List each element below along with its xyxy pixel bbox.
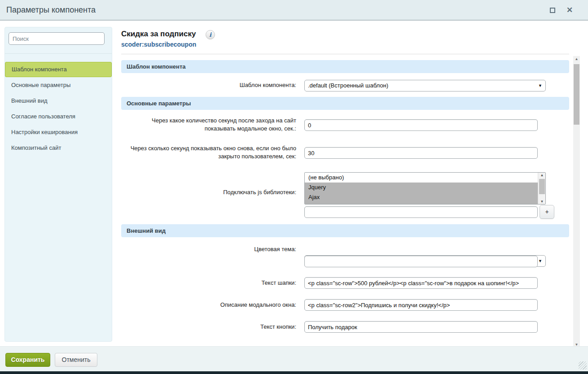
button-text-input[interactable] [304, 321, 538, 333]
sidebar-nav: Шаблон компонента Основные параметры Вне… [5, 62, 112, 156]
close-icon[interactable]: ✕ [566, 6, 574, 14]
section-header-main-params: Основные параметры [121, 97, 569, 110]
jslibs-multiselect[interactable]: (не выбрано) Jquery Ajax ▲ ▼ [304, 172, 546, 204]
jslibs-option-jquery[interactable]: Jquery [305, 183, 538, 192]
resize-grip-icon[interactable] [579, 361, 587, 370]
header-text-label: Текст шапки: [121, 279, 296, 287]
jslibs-option-ajax[interactable]: Ajax [305, 192, 538, 204]
footer-bar: Сохранить Отменить [0, 346, 588, 371]
delay-input[interactable] [304, 119, 538, 131]
template-select-label: Шаблон компонента: [121, 81, 296, 89]
maximize-icon[interactable] [549, 6, 557, 14]
header-text-input[interactable] [304, 277, 538, 289]
repeat-input[interactable] [304, 147, 538, 159]
modal-desc-label: Описание модального окна: [121, 301, 296, 309]
bottom-edge [0, 371, 588, 374]
save-button[interactable]: Сохранить [5, 353, 50, 367]
sidebar-item-appearance[interactable]: Внешний вид [5, 93, 112, 109]
main-scrollbar-thumb[interactable] [574, 64, 579, 125]
repeat-label: Через сколько секунд показывать окно сно… [121, 144, 296, 161]
dialog-title: Параметры компонента [6, 0, 96, 20]
chevron-down-icon: ▼ [538, 256, 542, 266]
search-input[interactable] [9, 32, 105, 45]
template-select-value: .default (Встроенный шаблон) [308, 82, 388, 89]
info-icon[interactable]: i [206, 30, 215, 39]
component-parameters-dialog: Параметры компонента ✕ Шаблон компонента… [0, 0, 588, 374]
main-scrollbar[interactable]: ▲ ▼ [573, 56, 580, 348]
section-header-template: Шаблон компонента [121, 60, 569, 73]
sidebar-item-user-consent[interactable]: Согласие пользователя [5, 109, 112, 124]
sidebar-item-template[interactable]: Шаблон компонента [5, 62, 112, 77]
component-id: scoder:subscribecoupon [121, 41, 196, 48]
template-select[interactable]: .default (Встроенный шаблон) ▼ [304, 80, 546, 91]
jslibs-label: Подключать js библиотеки: [121, 188, 296, 196]
sidebar-item-composite[interactable]: Композитный сайт [5, 140, 112, 156]
header-divider [121, 54, 569, 54]
jslibs-scrollbar-thumb[interactable] [539, 179, 545, 194]
sidebar: Шаблон компонента Основные параметры Вне… [4, 27, 112, 342]
scroll-up-icon[interactable]: ▲ [538, 173, 546, 177]
sidebar-item-main-params[interactable]: Основные параметры [5, 77, 112, 93]
theme-custom-input[interactable] [304, 256, 538, 267]
add-button[interactable]: + [540, 205, 554, 219]
sidebar-item-caching[interactable]: Настройки кеширования [5, 124, 112, 140]
chevron-down-icon: ▼ [538, 80, 542, 91]
main-content: Скидка за подписку i scoder:subscribecou… [121, 27, 569, 346]
page-title: Скидка за подписку [121, 30, 196, 39]
theme-label: Цветовая тема: [121, 245, 296, 253]
dialog-titlebar: Параметры компонента ✕ [0, 0, 588, 21]
jslibs-new-input[interactable] [304, 206, 538, 218]
button-text-label: Текст кнопки: [121, 323, 296, 331]
scroll-up-icon[interactable]: ▲ [573, 57, 580, 61]
delay-label: Через какое количество секунд после захо… [121, 117, 296, 133]
section-header-appearance: Внешний вид [121, 224, 569, 237]
sidebar-divider [5, 53, 112, 54]
jslibs-scrollbar[interactable]: ▲ ▼ [538, 173, 545, 204]
modal-desc-input[interactable] [304, 299, 538, 311]
cancel-button[interactable]: Отменить [55, 353, 97, 367]
scroll-down-icon[interactable]: ▼ [538, 200, 546, 204]
jslibs-option-none[interactable]: (не выбрано) [305, 173, 538, 183]
